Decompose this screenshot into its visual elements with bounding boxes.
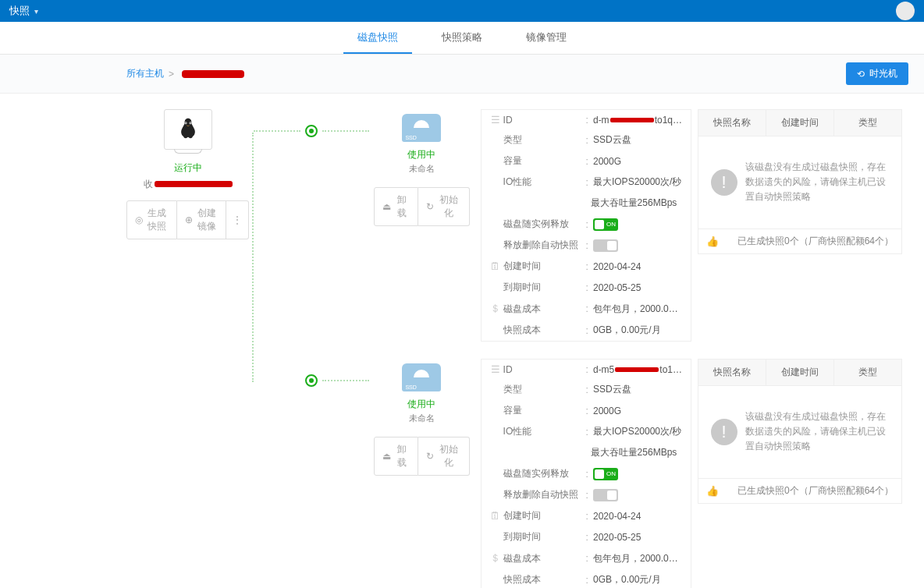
disk-id: d-mto1qf5y... — [593, 115, 683, 126]
expire-date: 2020-05-25 — [593, 532, 683, 543]
created-date: 2020-04-24 — [593, 261, 683, 272]
disk-column: 使用中 未命名 ⏏卸载 ↻初始化 — [374, 109, 469, 226]
clock-icon: ⟲ — [857, 69, 865, 80]
initialize-button[interactable]: ↻初始化 — [418, 187, 470, 226]
snapshot-empty-message: 该磁盘没有生成过磁盘快照，存在数据遗失的风险，请确保主机已设置自动快照策略 — [745, 160, 889, 205]
snapshot-footer: 👍 已生成快照0个（厂商快照配额64个） — [698, 478, 901, 503]
disk-row: 运行中 收 ◎生成快照 ⊕创建镜像 ⋮ 使用中 未命名 ⏏卸载 ↻初始化 ☰ID… — [126, 109, 902, 343]
host-icon[interactable] — [164, 109, 212, 150]
disk-capacity: 2000G — [593, 156, 683, 167]
unmount-button[interactable]: ⏏卸载 — [374, 187, 418, 226]
col-snapshot-name: 快照名称 — [698, 110, 766, 136]
expire-date: 2020-05-25 — [593, 282, 683, 293]
host-status: 运行中 — [126, 161, 249, 175]
disk-row: 使用中 未命名 ⏏卸载 ↻初始化 ☰ID:d-m5to1qf5y... 类型:S… — [126, 359, 902, 588]
connector-dots — [254, 130, 300, 132]
subheader: 所有主机 > ⟲ 时光机 — [0, 55, 924, 94]
refresh-icon: ↻ — [426, 201, 434, 212]
snapshot-quota: 已生成快照0个（厂商快照配额64个） — [737, 235, 894, 248]
connector — [249, 125, 374, 137]
ssd-disk-icon[interactable] — [402, 114, 441, 142]
eject-icon: ⏏ — [382, 451, 391, 462]
snapshot-empty-state: ! 该磁盘没有生成过磁盘快照，存在数据遗失的风险，请确保主机已设置自动快照策略 — [698, 386, 901, 478]
snapshot-card: 快照名称 创建时间 类型 ! 该磁盘没有生成过磁盘快照，存在数据遗失的风险，请确… — [698, 359, 902, 504]
disk-id: d-m5to1qf5y... — [593, 364, 683, 375]
initialize-button[interactable]: ↻初始化 — [418, 437, 470, 476]
disk-actions: ⏏卸载 ↻初始化 — [374, 187, 469, 226]
create-mirror-button[interactable]: ⊕创建镜像 — [177, 200, 227, 239]
snapshot-empty-message: 该磁盘没有生成过磁盘快照，存在数据遗失的风险，请确保主机已设置自动快照策略 — [745, 409, 889, 455]
mirror-icon: ⊕ — [185, 214, 193, 225]
kebab-icon: ⋮ — [233, 214, 242, 225]
col-snapshot-name: 快照名称 — [698, 360, 766, 385]
delete-auto-snapshot-toggle[interactable] — [593, 239, 618, 252]
disk-iops: 最大IOPS20000次/秒 — [593, 175, 683, 189]
info-icon: ☰ — [488, 363, 503, 375]
time-machine-button[interactable]: ⟲ 时光机 — [846, 62, 908, 85]
disk-cost: 包年包月，2000.00元... — [593, 552, 683, 565]
calendar-icon: 🗓 — [488, 510, 503, 522]
info-icon: ☰ — [488, 114, 503, 126]
disk-name: 未命名 — [374, 413, 469, 424]
disk-type: SSD云盘 — [593, 383, 683, 396]
breadcrumb-all-hosts[interactable]: 所有主机 — [126, 67, 164, 80]
delete-auto-snapshot-toggle[interactable] — [593, 489, 618, 501]
disk-status: 使用中 — [374, 148, 469, 161]
ssd-disk-icon[interactable] — [402, 363, 441, 391]
svg-point-2 — [185, 122, 187, 124]
tab-snapshot-policy[interactable]: 快照策略 — [428, 22, 496, 54]
host-actions: ◎生成快照 ⊕创建镜像 ⋮ — [126, 200, 249, 239]
host-column: 运行中 收 ◎生成快照 ⊕创建镜像 ⋮ — [126, 109, 249, 239]
tab-bar: 磁盘快照 快照策略 镜像管理 — [0, 22, 924, 55]
topbar-title: 快照 — [9, 4, 30, 18]
disk-info-card: ☰ID:d-m5to1qf5y... 类型:SSD云盘 容量:2000G IO性… — [481, 359, 691, 588]
breadcrumb-separator: > — [169, 69, 174, 80]
disk-status: 使用中 — [374, 398, 469, 411]
snapshot-footer: 👍 已生成快照0个（厂商快照配额64个） — [698, 228, 901, 253]
snapshot-quota: 已生成快照0个（厂商快照配额64个） — [737, 484, 894, 498]
more-actions-button[interactable]: ⋮ — [226, 200, 249, 239]
disk-name: 未命名 — [374, 163, 469, 175]
breadcrumb-host-name[interactable] — [182, 70, 244, 78]
topbar: 快照 ▾ — [0, 0, 924, 22]
release-with-instance-toggle[interactable]: ON — [593, 468, 618, 480]
node-icon — [305, 125, 318, 137]
warning-icon: ! — [711, 419, 737, 445]
release-with-instance-toggle[interactable]: ON — [593, 218, 618, 231]
avatar[interactable] — [896, 2, 915, 20]
snapshot-table-header: 快照名称 创建时间 类型 — [698, 110, 901, 136]
col-type: 类型 — [834, 110, 901, 136]
disk-throughput: 最大吞吐量256MBps — [591, 446, 683, 459]
host-name: 收 — [126, 178, 249, 191]
disk-actions: ⏏卸载 ↻初始化 — [374, 437, 469, 476]
canvas: 运行中 收 ◎生成快照 ⊕创建镜像 ⋮ 使用中 未命名 ⏏卸载 ↻初始化 ☰ID… — [0, 94, 924, 588]
col-type: 类型 — [834, 360, 901, 385]
snapshot-card: 快照名称 创建时间 类型 ! 该磁盘没有生成过磁盘快照，存在数据遗失的风险，请确… — [698, 109, 902, 254]
camera-icon: ◎ — [135, 214, 143, 225]
unmount-button[interactable]: ⏏卸载 — [374, 437, 418, 476]
chevron-down-icon[interactable]: ▾ — [34, 7, 38, 16]
cost-icon: ＄ — [488, 551, 503, 565]
col-create-time: 创建时间 — [766, 360, 834, 385]
node-icon — [305, 374, 318, 387]
linux-penguin-icon — [174, 115, 202, 143]
connector-dots — [322, 130, 369, 132]
disk-info-card: ☰ID:d-mto1qf5y... 类型:SSD云盘 容量:2000G IO性能… — [481, 109, 691, 342]
disk-type: SSD云盘 — [593, 133, 683, 147]
time-machine-label: 时光机 — [869, 67, 897, 80]
created-date: 2020-04-24 — [593, 511, 683, 522]
snapshot-cost: 0GB，0.00元/月 — [593, 573, 683, 586]
snapshot-empty-state: ! 该磁盘没有生成过磁盘快照，存在数据遗失的风险，请确保主机已设置自动快照策略 — [698, 136, 901, 228]
thumb-up-icon: 👍 — [706, 236, 719, 247]
cost-icon: ＄ — [488, 302, 503, 316]
snapshot-table-header: 快照名称 创建时间 类型 — [698, 360, 901, 386]
connector-dots — [322, 380, 369, 381]
thumb-up-icon: 👍 — [706, 485, 719, 497]
connector — [249, 374, 374, 387]
disk-iops: 最大IOPS20000次/秒 — [593, 425, 683, 438]
tab-image-management[interactable]: 镜像管理 — [512, 22, 581, 54]
svg-point-3 — [190, 122, 191, 124]
create-snapshot-button[interactable]: ◎生成快照 — [126, 200, 177, 239]
tab-disk-snapshot[interactable]: 磁盘快照 — [343, 22, 412, 54]
disk-column: 使用中 未命名 ⏏卸载 ↻初始化 — [374, 359, 469, 476]
